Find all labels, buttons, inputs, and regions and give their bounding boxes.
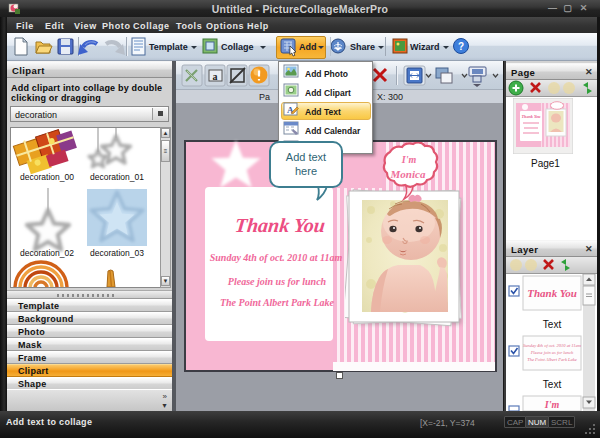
svg-text:a: a [213, 71, 218, 82]
svg-text:Thank You: Thank You [522, 114, 542, 119]
svg-text:Text: Text [543, 379, 562, 390]
svg-text:Add text: Add text [286, 151, 326, 163]
svg-text:?: ? [458, 41, 464, 52]
svg-text:Please join us for lunch: Please join us for lunch [530, 350, 574, 355]
svg-text:I'm: I'm [401, 154, 417, 165]
svg-text:here: here [295, 165, 317, 177]
svg-text:Monica: Monica [390, 168, 426, 180]
svg-text:I'm: I'm [544, 399, 560, 410]
svg-text:Thank You: Thank You [527, 287, 577, 299]
svg-text:Text: Text [543, 319, 562, 330]
svg-text:Sunday 4th of oct. 2010 at 11a: Sunday 4th of oct. 2010 at 11am [523, 343, 582, 348]
svg-text:The Point Albert Park Lake: The Point Albert Park Lake [527, 357, 577, 362]
